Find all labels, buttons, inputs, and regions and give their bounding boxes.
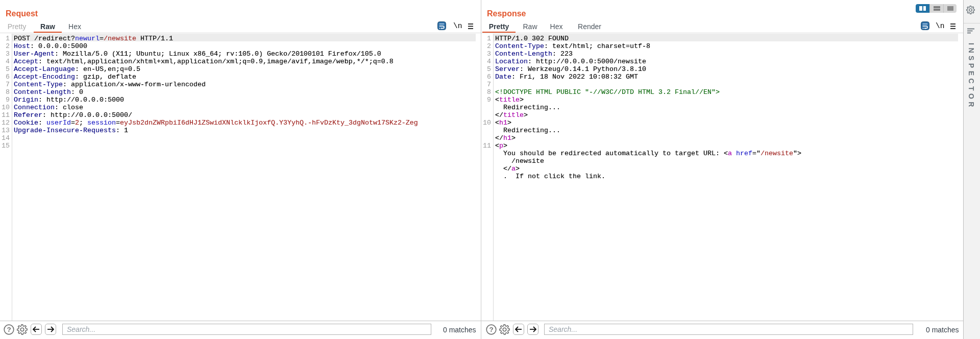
svg-text:?: ? (7, 326, 11, 333)
svg-text:?: ? (489, 326, 493, 333)
